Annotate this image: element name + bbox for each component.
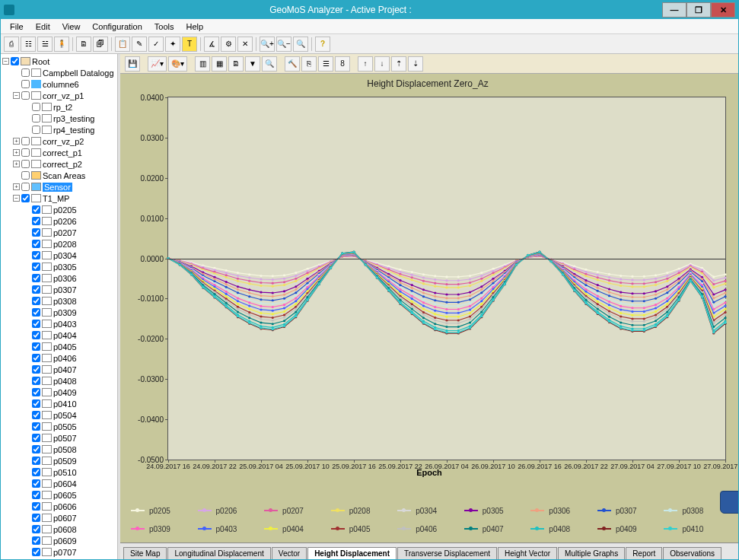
- tb-zoom-out[interactable]: 🔍−: [276, 37, 291, 52]
- ct-copy-icon[interactable]: ⎘: [301, 56, 317, 72]
- tree-item[interactable]: p0509: [24, 455, 116, 466]
- ct-down-icon[interactable]: ↓: [374, 56, 390, 72]
- legend-item-p0206[interactable]: p0206: [193, 507, 260, 515]
- tree-checkbox[interactable]: [32, 354, 40, 362]
- tree-item[interactable]: p0407: [24, 364, 116, 375]
- tree-item[interactable]: p0606: [24, 501, 116, 512]
- tree-checkbox[interactable]: [32, 445, 40, 453]
- tb-zoom-fit[interactable]: 🔍: [293, 37, 308, 52]
- tab-longitudinal-displacement[interactable]: Longitudinal Displacement: [167, 547, 270, 559]
- tree-item[interactable]: p0205: [24, 204, 116, 215]
- tab-height-displacement[interactable]: Height Displacement: [307, 547, 397, 559]
- tab-observations[interactable]: Observations: [663, 547, 721, 559]
- expand-toggle[interactable]: −: [13, 195, 20, 202]
- tree-item[interactable]: p0208: [24, 238, 116, 250]
- tb-icon-12[interactable]: ∡: [204, 37, 219, 52]
- tree-item[interactable]: p0708: [24, 558, 116, 559]
- tree-checkbox[interactable]: [32, 525, 40, 533]
- tree-item[interactable]: p0604: [24, 478, 116, 489]
- tree-checkbox[interactable]: [32, 491, 40, 499]
- tb-icon-14[interactable]: ✕: [237, 37, 253, 52]
- legend-item-p0410[interactable]: p0410: [659, 525, 726, 533]
- tree-checkbox[interactable]: [32, 297, 40, 305]
- tree-checkbox[interactable]: [32, 251, 40, 259]
- close-button[interactable]: ✕: [711, 2, 735, 18]
- ct-filter-icon[interactable]: ▼: [245, 56, 260, 72]
- tb-zoom-in[interactable]: 🔍+: [260, 37, 275, 52]
- menu-view[interactable]: View: [56, 21, 87, 33]
- tree-item[interactable]: −T1_MP: [13, 192, 116, 204]
- ct-save-icon[interactable]: 💾: [125, 56, 140, 72]
- tree-checkbox[interactable]: [32, 457, 40, 465]
- tree-item[interactable]: p0309: [24, 307, 116, 318]
- tree-checkbox[interactable]: [32, 502, 40, 511]
- expand-toggle[interactable]: −: [13, 92, 20, 99]
- tree-checkbox[interactable]: [32, 422, 40, 431]
- tree-item[interactable]: rp4_testing: [24, 124, 116, 135]
- tree-checkbox[interactable]: [32, 274, 40, 282]
- tree-item[interactable]: p0609: [24, 535, 116, 546]
- tree-checkbox[interactable]: [32, 285, 40, 294]
- tree-item[interactable]: columne6: [13, 78, 116, 90]
- expand-toggle[interactable]: +: [13, 161, 20, 167]
- tree-item[interactable]: p0408: [24, 375, 116, 387]
- tree-checkbox[interactable]: [32, 320, 40, 328]
- tree-item[interactable]: p0607: [24, 512, 116, 523]
- tree-item[interactable]: Campbell Datalogg: [13, 67, 116, 78]
- tb-icon-10[interactable]: ✦: [165, 37, 180, 52]
- legend-item-p0305[interactable]: p0305: [460, 507, 527, 515]
- tree-item[interactable]: p0505: [24, 421, 116, 432]
- tree-checkbox[interactable]: [32, 331, 40, 339]
- tab-site-map[interactable]: Site Map: [123, 547, 167, 559]
- legend-item-p0208[interactable]: p0208: [326, 507, 393, 515]
- tab-multiple-graphs[interactable]: Multiple Graphs: [558, 547, 625, 559]
- tree-item[interactable]: p0707: [24, 546, 116, 558]
- ct-up2-icon[interactable]: ⇡: [391, 56, 406, 72]
- tree-item[interactable]: p0409: [24, 387, 116, 398]
- tb-icon-5[interactable]: 🗎: [76, 37, 91, 52]
- tree-item[interactable]: p0308: [24, 295, 116, 307]
- legend-item-p0207[interactable]: p0207: [260, 507, 326, 515]
- tree-checkbox[interactable]: [32, 365, 40, 374]
- tree-item[interactable]: p0510: [24, 466, 116, 478]
- legend-item-p0308[interactable]: p0308: [659, 507, 726, 515]
- ct-hammer-icon[interactable]: 🔨: [285, 56, 300, 72]
- tree-item[interactable]: p0304: [24, 250, 116, 261]
- tree-item[interactable]: p0206: [24, 215, 116, 227]
- legend-item-p0205[interactable]: p0205: [126, 507, 193, 515]
- tree-checkbox[interactable]: [32, 388, 40, 396]
- ct-stack-icon[interactable]: ☰: [318, 56, 333, 72]
- tree-checkbox[interactable]: [21, 91, 30, 100]
- tree-item[interactable]: −corr_vz_p1: [13, 90, 116, 101]
- tree-checkbox[interactable]: [21, 80, 30, 88]
- tree-checkbox[interactable]: [32, 548, 40, 556]
- minimize-button[interactable]: —: [662, 2, 686, 18]
- menu-configuration[interactable]: Configuration: [86, 21, 148, 33]
- tree-checkbox[interactable]: [32, 411, 40, 419]
- tb-icon-6[interactable]: 🗐: [93, 37, 108, 52]
- expand-toggle[interactable]: −: [2, 58, 9, 65]
- tree-checkbox[interactable]: [32, 126, 40, 134]
- tree-checkbox[interactable]: [21, 148, 30, 157]
- tree-item[interactable]: −Root: [2, 56, 116, 67]
- tb-icon-3[interactable]: ☱: [37, 37, 53, 52]
- tab-transverse-displacement[interactable]: Transverse Displacement: [397, 547, 497, 559]
- tree-checkbox[interactable]: [32, 479, 40, 488]
- tree-item[interactable]: p0608: [24, 523, 116, 535]
- tree-checkbox[interactable]: [32, 103, 40, 111]
- tree-checkbox[interactable]: [21, 137, 30, 145]
- tree-checkbox[interactable]: [21, 194, 30, 202]
- ct-grid2-icon[interactable]: ▦: [212, 56, 227, 72]
- menu-file[interactable]: File: [4, 21, 30, 33]
- ct-page-icon[interactable]: 🗎: [228, 56, 244, 72]
- tree-item[interactable]: +correct_p1: [13, 147, 116, 158]
- tree-checkbox[interactable]: [32, 536, 40, 545]
- tab-height-vector[interactable]: Height Vector: [498, 547, 557, 559]
- tree-checkbox[interactable]: [32, 308, 40, 317]
- menu-help[interactable]: Help: [180, 21, 209, 33]
- tree-item[interactable]: p0406: [24, 352, 116, 364]
- tree-checkbox[interactable]: [32, 434, 40, 442]
- expand-toggle[interactable]: +: [13, 149, 20, 156]
- legend-item-p0405[interactable]: p0405: [326, 525, 393, 533]
- tree-checkbox[interactable]: [32, 240, 40, 248]
